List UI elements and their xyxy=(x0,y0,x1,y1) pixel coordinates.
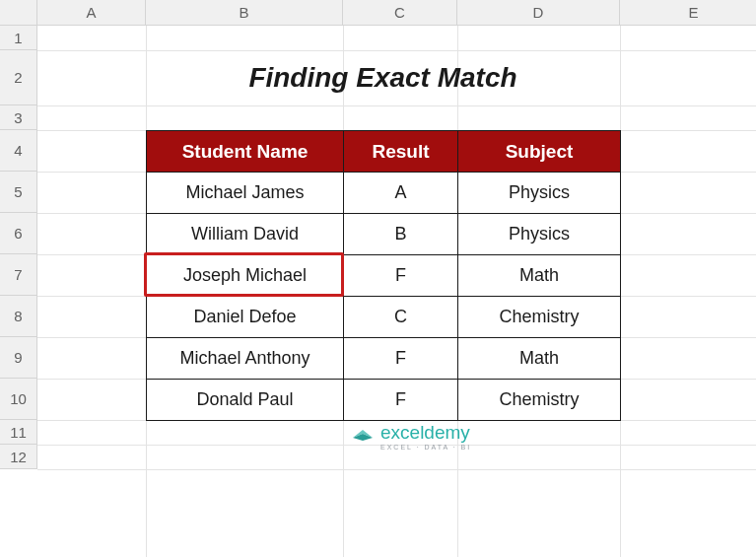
row-header-4[interactable]: 4 xyxy=(0,130,37,172)
table-cell-r4-c0[interactable]: Michael Anthony xyxy=(146,337,344,380)
col-header-C[interactable]: C xyxy=(343,0,457,26)
table-cell-r1-c0[interactable]: William David xyxy=(146,213,344,255)
select-all-corner[interactable] xyxy=(0,0,37,26)
row-header-5[interactable]: 5 xyxy=(0,172,37,213)
row-header-11[interactable]: 11 xyxy=(0,420,37,445)
spreadsheet-grid: ABCDE123456789101112Finding Exact MatchS… xyxy=(0,0,756,557)
row-header-9[interactable]: 9 xyxy=(0,337,37,379)
logo-subtitle: EXCEL · DATA · BI xyxy=(380,444,471,451)
table-cell-r3-c2[interactable]: Chemistry xyxy=(457,296,621,338)
page-title: Finding Exact Match xyxy=(146,50,620,105)
gridline-h xyxy=(37,105,756,106)
table-cell-r3-c0[interactable]: Daniel Defoe xyxy=(146,296,344,338)
table-cell-r5-c1[interactable]: F xyxy=(343,379,458,421)
row-header-8[interactable]: 8 xyxy=(0,296,37,337)
logo-icon xyxy=(351,424,375,442)
table-cell-r2-c1[interactable]: F xyxy=(343,254,458,297)
exceldemy-logo: exceldemy xyxy=(351,422,470,444)
table-cell-r5-c0[interactable]: Donald Paul xyxy=(146,379,344,421)
col-header-E[interactable]: E xyxy=(620,0,756,26)
table-cell-r0-c0[interactable]: Michael James xyxy=(146,172,344,214)
table-header-1[interactable]: Result xyxy=(343,130,458,173)
table-cell-r1-c1[interactable]: B xyxy=(343,213,458,255)
row-header-12[interactable]: 12 xyxy=(0,445,37,469)
table-cell-r1-c2[interactable]: Physics xyxy=(457,213,621,255)
table-cell-r4-c2[interactable]: Math xyxy=(457,337,621,380)
row-header-2[interactable]: 2 xyxy=(0,50,37,105)
table-cell-r3-c1[interactable]: C xyxy=(343,296,458,338)
table-cell-r0-c1[interactable]: A xyxy=(343,172,458,214)
row-header-3[interactable]: 3 xyxy=(0,105,37,130)
row-header-1[interactable]: 1 xyxy=(0,26,37,50)
col-header-A[interactable]: A xyxy=(37,0,146,26)
col-header-B[interactable]: B xyxy=(146,0,343,26)
table-cell-r4-c1[interactable]: F xyxy=(343,337,458,380)
table-cell-r5-c2[interactable]: Chemistry xyxy=(457,379,621,421)
row-header-6[interactable]: 6 xyxy=(0,213,37,254)
row-header-10[interactable]: 10 xyxy=(0,379,37,420)
logo-text: exceldemy xyxy=(380,422,470,444)
table-header-2[interactable]: Subject xyxy=(457,130,621,173)
gridline-h xyxy=(37,469,756,470)
table-cell-r2-c2[interactable]: Math xyxy=(457,254,621,297)
col-header-D[interactable]: D xyxy=(457,0,620,26)
row-header-7[interactable]: 7 xyxy=(0,254,37,296)
table-header-0[interactable]: Student Name xyxy=(146,130,344,173)
table-cell-r2-c0[interactable]: Joseph Michael xyxy=(146,254,344,297)
table-cell-r0-c2[interactable]: Physics xyxy=(457,172,621,214)
